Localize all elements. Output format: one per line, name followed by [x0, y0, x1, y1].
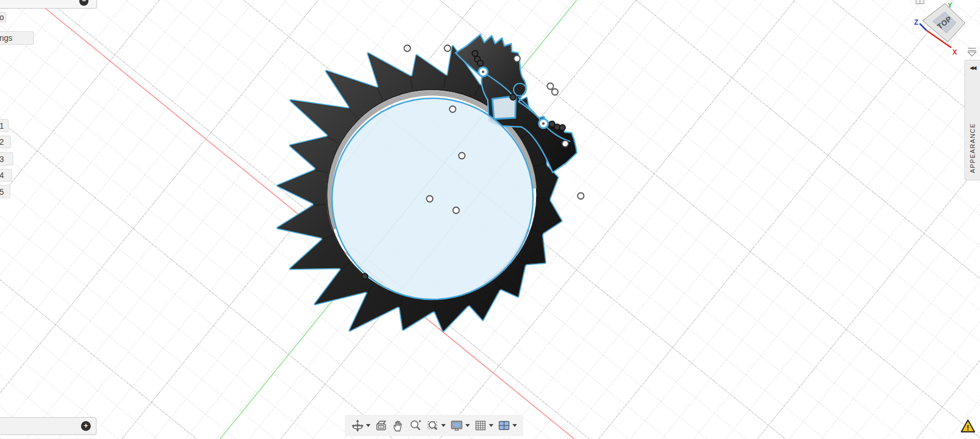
look-at-icon [375, 419, 388, 432]
panel-add-icon[interactable]: + [81, 421, 91, 431]
browser-item-label: 5 [0, 187, 4, 197]
sketch-point-selected[interactable] [477, 60, 483, 66]
sketch-point-selected[interactable] [560, 125, 565, 130]
sketch-point[interactable] [450, 106, 456, 113]
sketch-point[interactable] [562, 141, 569, 147]
browser-item[interactable]: 3 [0, 152, 13, 165]
orbit-dropdown-caret[interactable] [366, 424, 371, 427]
viewports-button[interactable] [497, 419, 517, 432]
browser-item-label: 4 [0, 171, 4, 180]
browser-item[interactable]: 1 [0, 119, 9, 132]
browser-item[interactable]: o [0, 12, 6, 22]
viewcube-z-axis-label: Z [914, 18, 918, 26]
browser-panel-header: − [0, 0, 97, 9]
zoom-icon [409, 419, 422, 432]
sketch-point-core [482, 71, 484, 73]
body-facet-edge [434, 299, 435, 311]
sketch-point[interactable] [445, 45, 451, 52]
browser-item[interactable]: 2 [0, 136, 11, 148]
viewcube[interactable]: Y TOP Z X [905, 0, 980, 63]
viewports-dropdown-caret[interactable] [512, 424, 517, 427]
sketch-point[interactable] [404, 45, 411, 52]
model-scene [0, 0, 980, 439]
display-settings-button[interactable] [450, 419, 470, 432]
browser-item-label: 1 [0, 121, 4, 130]
sketch-point[interactable] [459, 153, 465, 159]
navigation-toolbar [345, 415, 523, 436]
fit-button[interactable] [426, 419, 446, 432]
orbit-button[interactable] [351, 419, 371, 432]
fit-dropdown-caret[interactable] [441, 424, 446, 427]
tab-appearance[interactable]: APPEARANCE [969, 123, 976, 173]
browser-item-label: 3 [0, 155, 4, 164]
browser-item-label: o [0, 13, 4, 22]
display-settings-icon [450, 419, 464, 432]
browser-item[interactable]: 5 [0, 185, 10, 198]
sketch-point-core [542, 122, 545, 125]
browser-item[interactable]: 4 [0, 169, 12, 182]
grid-and-snaps-button[interactable] [474, 419, 493, 432]
sketch-point-selected[interactable] [362, 274, 368, 279]
sketch-point-selected[interactable] [472, 51, 478, 56]
sketch-point[interactable] [552, 89, 558, 95]
viewcube-menu-icon[interactable] [968, 48, 976, 56]
warning-glyph: ! [967, 423, 969, 432]
sketch-point[interactable] [578, 193, 584, 199]
sketch-point[interactable] [514, 56, 520, 62]
viewcube-z-axis [920, 24, 927, 30]
zoom-button[interactable] [409, 419, 422, 432]
browser-item[interactable]: ngs [0, 31, 34, 45]
sketch-point[interactable] [427, 196, 433, 202]
orbit-icon [351, 419, 364, 432]
browser-item-label: 2 [0, 137, 4, 147]
panel-collapse-icon[interactable]: − [79, 0, 88, 6]
grid-dropdown-caret[interactable] [489, 424, 493, 427]
pan-icon [392, 419, 405, 432]
look-at-button[interactable] [375, 419, 388, 432]
display-dropdown-caret[interactable] [465, 424, 470, 427]
viewports-icon [497, 419, 511, 432]
pan-button[interactable] [392, 419, 405, 432]
sketch-point-selected[interactable] [510, 94, 516, 100]
browser-item-label: ngs [0, 33, 13, 43]
viewcube-x-axis-label: X [952, 48, 957, 56]
warning-icon[interactable]: ! [960, 419, 975, 433]
panel-collapse-arrows-icon[interactable]: ◀◀ [970, 65, 975, 71]
right-side-panel: ◀◀ APPEARANCE [964, 60, 980, 180]
grid-and-snaps-icon [474, 419, 487, 432]
sketch-point[interactable] [453, 207, 460, 214]
fit-icon [426, 419, 439, 432]
sketch-point[interactable] [547, 83, 554, 90]
viewport-canvas: − ongs12345 + ◀◀ APPEARANCE Y TOP Z X [0, 0, 980, 439]
browser-panel-footer: + [0, 417, 97, 435]
